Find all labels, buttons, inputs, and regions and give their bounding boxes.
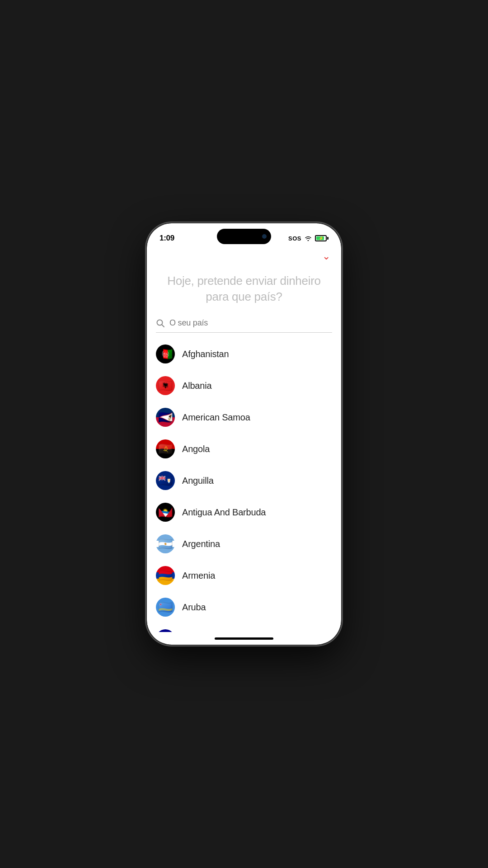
country-name-albania: Albania [182,381,211,391]
flag-afghanistan: 🇦🇫 [156,344,175,363]
flag-argentina: 🇦🇷 [156,534,175,553]
country-name-armenia: Armenia [182,571,215,581]
screen: 1:09 SOS ⚡ [147,223,341,645]
country-list[interactable]: 🇦🇫Afghanistan🇦🇱Albania🇦🇸American Samoa🇦🇴… [147,338,341,632]
list-item[interactable]: 🇦🇬Antigua And Barbuda [156,496,332,528]
close-button-area[interactable]: ⌄ [147,247,341,264]
battery-body: ⚡ [315,235,327,241]
list-item[interactable]: 🇦🇱Albania [156,370,332,401]
battery-tip [327,237,328,240]
country-name-aruba: Aruba [182,602,206,613]
list-item[interactable]: 🇦🇸American Samoa [156,401,332,433]
svg-line-1 [162,325,164,327]
battery-bolt-icon: ⚡ [319,236,324,241]
page-title-section: Hoje, pretende enviar dinheiropara que p… [147,264,341,318]
flag-american-samoa: 🇦🇸 [156,408,175,427]
flag-anguilla: 🇦🇮 [156,471,175,490]
battery-icon: ⚡ [315,235,328,241]
dynamic-island [217,229,271,244]
flag-albania: 🇦🇱 [156,376,175,395]
list-item[interactable]: 🇦🇫Afghanistan [156,338,332,370]
wifi-icon [304,235,312,241]
country-name-afghanistan: Afghanistan [182,349,229,359]
home-bar [215,637,273,640]
flag-angola: 🇦🇴 [156,439,175,458]
dynamic-island-camera [262,234,267,239]
country-name-antigua-barbuda: Antigua And Barbuda [182,507,266,518]
search-icon [156,319,165,328]
list-item[interactable]: 🇦🇷Argentina [156,528,332,560]
country-name-american-samoa: American Samoa [182,412,250,423]
list-item[interactable]: 🇦🇺Australia [156,623,332,632]
country-name-angola: Angola [182,444,210,454]
flag-antigua-barbuda: 🇦🇬 [156,503,175,522]
page-title-text: Hoje, pretende enviar dinheiropara que p… [165,273,323,305]
country-name-argentina: Argentina [182,539,220,549]
status-icons: SOS ⚡ [288,235,328,242]
flag-armenia: 🇦🇲 [156,566,175,585]
home-indicator [147,632,341,645]
search-input-wrapper [156,318,332,333]
search-container [147,318,341,338]
list-item[interactable]: 🇦🇼Aruba [156,591,332,623]
phone-frame: 1:09 SOS ⚡ [147,223,341,645]
flag-aruba: 🇦🇼 [156,598,175,617]
list-item[interactable]: 🇦🇲Armenia [156,560,332,591]
status-bar: 1:09 SOS ⚡ [147,223,341,247]
sos-label: SOS [288,235,301,242]
search-input[interactable] [169,318,332,328]
list-item[interactable]: 🇦🇴Angola [156,433,332,465]
app-content: ⌄ Hoje, pretende enviar dinheiropara que… [147,247,341,632]
list-item[interactable]: 🇦🇮Anguilla [156,465,332,496]
chevron-down-icon[interactable]: ⌄ [322,250,330,262]
country-name-anguilla: Anguilla [182,476,214,486]
status-time: 1:09 [160,234,174,243]
